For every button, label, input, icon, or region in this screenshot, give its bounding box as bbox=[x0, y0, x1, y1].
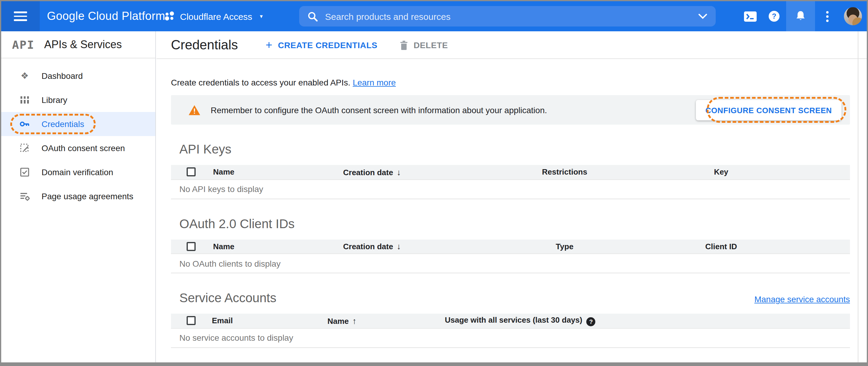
cloud-shell-button[interactable] bbox=[738, 1, 762, 31]
domain-verification-icon bbox=[19, 167, 30, 178]
page-description: Create credentials to access your enable… bbox=[171, 78, 850, 87]
help-button[interactable]: ? bbox=[762, 1, 786, 31]
banner-message: Remember to configure the OAuth consent … bbox=[211, 105, 547, 115]
select-all-checkbox[interactable] bbox=[187, 167, 196, 177]
warning-icon bbox=[188, 104, 200, 115]
dashboard-icon: ❖ bbox=[19, 70, 30, 81]
oauth-consent-icon bbox=[19, 143, 30, 153]
cloud-shell-icon bbox=[744, 11, 756, 21]
usage-help-icon[interactable]: ? bbox=[587, 317, 596, 326]
select-all-checkbox[interactable] bbox=[187, 316, 196, 325]
section-title-api-keys: API Keys bbox=[171, 142, 850, 156]
service-accounts-table: Email Name↑ Usage with all services (las… bbox=[171, 314, 850, 348]
chevron-down-icon: ▼ bbox=[259, 13, 264, 19]
content-scrollbar-track[interactable] bbox=[858, 29, 858, 362]
delete-button[interactable]: DELETE bbox=[399, 39, 448, 50]
search-input[interactable] bbox=[325, 11, 693, 21]
sort-asc-icon: ↑ bbox=[352, 316, 356, 326]
page-title: Credentials bbox=[171, 37, 238, 53]
gcp-logo[interactable]: Google Cloud Platform bbox=[47, 1, 165, 31]
column-header-restrictions: Restrictions bbox=[480, 165, 649, 179]
column-header-client-id: Client ID bbox=[649, 239, 793, 254]
page-usage-agreements-icon bbox=[19, 191, 30, 202]
manage-service-accounts-link[interactable]: Manage service accounts bbox=[754, 294, 850, 304]
notifications-button[interactable] bbox=[786, 1, 815, 31]
search-icon bbox=[308, 11, 318, 21]
page-toolbar: Credentials + CREATE CREDENTIALS DELETE bbox=[156, 31, 867, 59]
sidebar-product-title: APIs & Services bbox=[44, 38, 122, 51]
search-expand-chevron-icon[interactable] bbox=[698, 13, 707, 19]
column-header-name: Name bbox=[197, 239, 336, 254]
sidebar-item-page-usage-agreements[interactable]: Page usage agreements bbox=[1, 184, 155, 208]
oauth-clients-empty-state: No OAuth clients to display bbox=[171, 254, 850, 273]
section-title-oauth-clients: OAuth 2.0 Client IDs bbox=[171, 216, 850, 231]
sidebar: API APIs & Services ❖ Dashboard Library bbox=[1, 31, 156, 362]
delete-trash-icon bbox=[399, 39, 409, 50]
more-options-button[interactable] bbox=[815, 1, 839, 31]
menu-icon bbox=[14, 9, 27, 24]
main-panel: Credentials + CREATE CREDENTIALS DELETE … bbox=[156, 31, 867, 362]
create-credentials-button[interactable]: + CREATE CREDENTIALS bbox=[266, 38, 378, 52]
more-vert-icon bbox=[826, 10, 829, 22]
key-icon bbox=[19, 119, 30, 129]
sidebar-product-header: API APIs & Services bbox=[1, 31, 155, 58]
sidebar-item-credentials[interactable]: Credentials bbox=[1, 112, 155, 136]
section-title-service-accounts: Service Accounts bbox=[171, 291, 276, 305]
sidebar-item-library[interactable]: Library bbox=[1, 88, 155, 112]
api-keys-empty-state: No API keys to display bbox=[171, 179, 850, 199]
api-keys-table: Name Creation date↓ Restrictions Key No … bbox=[171, 165, 850, 199]
oauth-clients-table: Name Creation date↓ Type Client ID No OA… bbox=[171, 239, 850, 273]
project-name: Cloudflare Access bbox=[180, 11, 252, 21]
column-header-type: Type bbox=[480, 239, 649, 254]
gcp-console-window: Google Cloud Platform Cloudflare Access … bbox=[0, 0, 868, 366]
main-menu-button[interactable] bbox=[1, 1, 40, 31]
notifications-bell-icon bbox=[795, 10, 806, 22]
column-header-creation-date[interactable]: Creation date↓ bbox=[336, 239, 480, 254]
plus-icon: + bbox=[266, 38, 273, 52]
column-header-name[interactable]: Name↑ bbox=[318, 314, 432, 328]
project-switcher[interactable]: Cloudflare Access ▼ bbox=[165, 1, 264, 31]
sidebar-item-dashboard[interactable]: ❖ Dashboard bbox=[1, 64, 155, 88]
help-icon: ? bbox=[768, 10, 780, 22]
configure-consent-screen-button[interactable]: CONFIGURE CONSENT SCREEN bbox=[696, 100, 841, 120]
column-header-name: Name bbox=[197, 165, 336, 179]
project-grid-icon bbox=[165, 11, 175, 21]
global-search[interactable] bbox=[299, 6, 716, 27]
sidebar-item-domain-verification[interactable]: Domain verification bbox=[1, 160, 155, 184]
api-logo: API bbox=[12, 38, 35, 51]
account-avatar[interactable] bbox=[844, 7, 862, 25]
svg-text:?: ? bbox=[772, 12, 776, 20]
sort-desc-icon: ↓ bbox=[397, 167, 401, 177]
library-icon bbox=[19, 94, 30, 105]
app-header: Google Cloud Platform Cloudflare Access … bbox=[1, 1, 867, 31]
column-header-email: Email bbox=[197, 314, 318, 328]
column-header-usage: Usage with all services (last 30 days)? bbox=[432, 314, 850, 328]
select-all-checkbox[interactable] bbox=[187, 242, 196, 251]
column-header-key: Key bbox=[649, 165, 793, 179]
learn-more-link[interactable]: Learn more bbox=[353, 78, 396, 87]
column-header-creation-date[interactable]: Creation date↓ bbox=[336, 165, 480, 179]
service-accounts-empty-state: No service accounts to display bbox=[171, 328, 850, 347]
sort-desc-icon: ↓ bbox=[397, 242, 401, 251]
consent-warning-banner: Remember to configure the OAuth consent … bbox=[171, 95, 850, 125]
sidebar-item-oauth-consent-screen[interactable]: OAuth consent screen bbox=[1, 136, 155, 160]
